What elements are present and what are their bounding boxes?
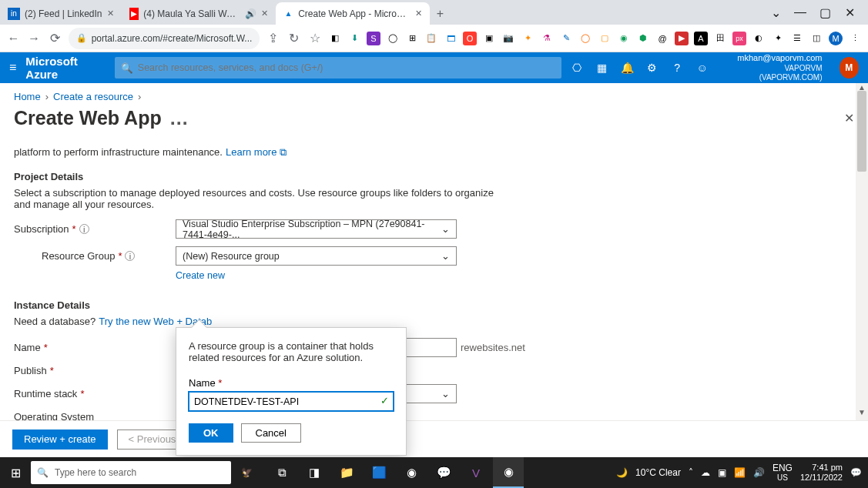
ext-icon[interactable]: ✦ [521,32,535,45]
whatsapp-icon[interactable]: 💬 [428,457,459,488]
portal-brand[interactable]: Microsoft Azure [25,55,105,81]
feedback-icon[interactable]: ☺ [695,62,708,74]
ext-icon[interactable]: ◧ [328,32,342,45]
explorer-icon[interactable]: 📁 [331,457,362,488]
check-icon: ✓ [380,395,389,406]
chrome-icon[interactable]: ◉ [493,457,524,488]
cancel-button[interactable]: Cancel [241,423,301,443]
scroll-down-icon[interactable]: ▼ [856,408,868,420]
back-icon[interactable]: ← [6,30,21,47]
ext-icon[interactable]: ⊞ [405,32,419,45]
review-create-button[interactable]: Review + create [12,430,108,450]
ext-icon[interactable]: ⬢ [636,32,650,45]
more-icon[interactable]: … [169,107,189,129]
ext-icon[interactable]: ▣ [482,32,496,45]
browser-tab-azure[interactable]: ▲ Create Web App - Microsoft Azu ✕ [276,2,430,25]
ext-icon[interactable]: 📋 [424,32,438,45]
portal-search-input[interactable] [138,62,555,73]
portal-search[interactable]: 🔍 [115,57,561,79]
close-icon[interactable]: ✕ [842,5,857,20]
audio-icon[interactable]: 🔊 [245,8,256,19]
extensions-icon[interactable]: ✦ [771,32,785,45]
visualstudio-icon[interactable]: V [461,457,491,488]
hamburger-icon[interactable]: ≡ [9,61,16,75]
portal-user[interactable]: mkhan@vaporvm.com VAPORVM (VAPORVM.COM) [729,53,823,82]
onedrive-icon[interactable]: ☁ [701,467,710,478]
kebab-menu-icon[interactable]: ⋮ [848,32,862,45]
subscription-select[interactable]: Visual Studio Enterprise Subscription – … [176,219,457,239]
taskview-icon[interactable]: ⧉ [266,457,297,488]
profile-avatar[interactable]: M [829,32,843,45]
bookmark-icon[interactable]: ☆ [307,30,322,47]
close-icon[interactable]: ✕ [415,8,422,18]
ext-icon[interactable]: ▢ [598,32,612,45]
cloud-shell-icon[interactable]: ⎔ [571,62,583,74]
chrome-icon[interactable]: ◉ [396,457,427,488]
breadcrumb-resource[interactable]: Create a resource [53,91,133,102]
browser-tab-youtube[interactable]: ▶ (4) Maula Ya Salli Wa Sallim . 🔊 ✕ [122,2,276,25]
reload-icon[interactable]: ⟳ [48,30,62,47]
notifications-icon[interactable]: 🔔 [621,62,634,74]
create-new-link[interactable]: Create new [176,270,854,281]
taskbar-search[interactable]: 🔍 Type here to search [31,461,231,484]
app-icon[interactable]: 🟦 [364,457,394,488]
maximize-icon[interactable]: ▢ [817,5,833,20]
avatar[interactable]: M [840,57,860,79]
app-icon[interactable]: ◨ [299,457,330,488]
address-bar[interactable]: 🔒 portal.azure.com/#create/Microsoft.W..… [69,28,260,49]
wifi-icon[interactable]: 📶 [734,467,746,478]
help-icon[interactable]: ? [671,62,683,74]
eagle-icon[interactable]: 🦅 [231,467,262,478]
directories-icon[interactable]: ▦ [595,62,608,74]
share-icon[interactable]: ⇪ [266,30,280,47]
ext-icon[interactable]: ◐ [752,32,766,45]
volume-icon[interactable]: 🔊 [753,467,765,478]
learn-more-link[interactable]: Learn more ⧉ [226,146,287,159]
chevron-up-icon[interactable]: ˄ [689,467,693,478]
new-tab-button[interactable]: + [430,3,451,25]
info-icon[interactable]: i [125,251,135,261]
info-icon[interactable]: i [79,224,89,234]
chevron-down-icon[interactable]: ⌄ [768,5,783,20]
ext-icon[interactable]: ◯ [386,32,400,45]
ext-icon[interactable]: px [732,32,746,45]
weather-text[interactable]: 10°C Clear [635,467,681,478]
ext-icon[interactable]: S [367,32,380,45]
close-icon[interactable]: ✕ [107,8,114,18]
close-icon[interactable]: ✕ [844,111,854,125]
reading-list-icon[interactable]: ☰ [790,32,804,45]
ext-icon[interactable]: ◉ [617,32,631,45]
close-icon[interactable]: ✕ [261,8,268,18]
notifications-icon[interactable]: 💬 [850,467,862,478]
ext-icon[interactable]: @ [655,32,669,45]
scrollbar[interactable]: ▲ ▼ [856,83,868,420]
start-button[interactable]: ⊞ [0,457,31,488]
ext-icon[interactable]: 📷 [501,32,515,45]
ext-icon[interactable]: ⬇ [347,32,361,45]
resource-group-select[interactable]: (New) Resource group ⌄ [176,246,457,266]
browser-tab-linkedin[interactable]: in (2) Feed | LinkedIn ✕ [0,2,122,25]
ext-icon[interactable]: 🗖 [444,32,457,45]
forward-icon[interactable]: → [27,30,42,47]
taskbar-clock[interactable]: 7:41 pm 12/11/2022 [800,463,843,482]
update-icon[interactable]: ↻ [287,30,301,47]
row-runtime: Runtime stack* Select a runtime stack ⌄ [14,384,854,403]
breadcrumb-home[interactable]: Home [14,91,41,102]
language-indicator[interactable]: ENGUS [772,463,793,482]
ext-icon[interactable]: O [463,32,477,45]
resource-group-name-input[interactable] [189,392,394,411]
ext-icon[interactable]: A [694,32,708,45]
scrollbar-thumb[interactable] [857,91,866,172]
ext-icon[interactable]: ▶ [675,32,689,45]
side-panel-icon[interactable]: ◫ [809,32,823,45]
ext-icon[interactable]: ✎ [559,32,573,45]
gear-icon[interactable]: ⚙ [646,62,659,74]
tray-icon[interactable]: ▣ [718,467,726,478]
ext-icon[interactable]: ◯ [578,32,592,45]
chevron-right-icon: › [45,91,49,102]
ext-icon[interactable]: 田 [713,32,727,45]
weather-icon[interactable]: 🌙 [616,467,628,478]
ok-button[interactable]: OK [189,423,233,443]
ext-icon[interactable]: ⚗ [540,32,554,45]
minimize-icon[interactable]: — [793,5,808,19]
